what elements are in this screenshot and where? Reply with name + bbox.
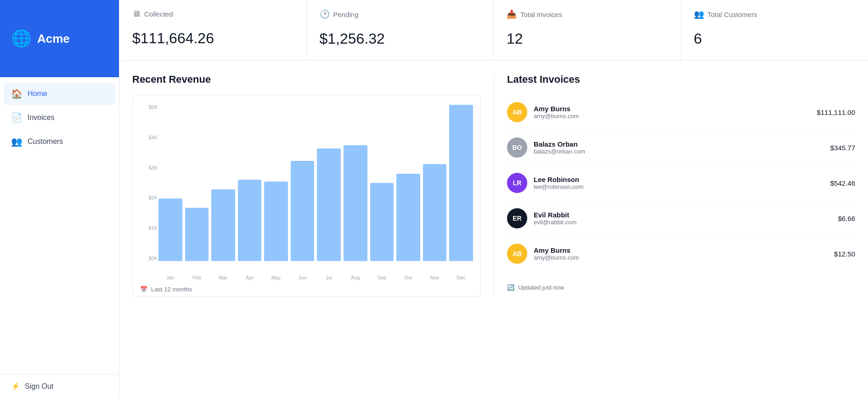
invoice-info-2: Lee Robinson lee@robinson.com xyxy=(534,176,824,190)
collected-label: Collected xyxy=(144,10,173,18)
y-label-0k: $0K xyxy=(140,256,158,261)
invoice-name-3: Evil Rabbit xyxy=(534,211,831,219)
chart-y-axis: $5K $4K $3K $2K $1K $0K xyxy=(140,104,158,261)
y-label-3k: $3K xyxy=(140,165,158,171)
bar-may xyxy=(264,182,288,261)
invoice-item-1: BO Balazs Orban balazs@orban.com $345.77 xyxy=(507,130,855,165)
y-label-5k: $5K xyxy=(140,104,158,110)
stat-pending: 🕐 Pending $1,256.32 xyxy=(307,0,494,60)
chart-label-mar: Mar xyxy=(211,275,235,280)
chart-label-aug: Aug xyxy=(344,275,367,280)
refresh-icon: 🔄 xyxy=(507,284,514,291)
chart-label-jun: Jun xyxy=(291,275,315,280)
chart-label-may: May xyxy=(264,275,288,280)
invoice-amount-4: $12.50 xyxy=(834,250,855,258)
pending-value: $1,256.32 xyxy=(320,30,481,47)
collected-icon: 🖥 xyxy=(132,9,141,19)
invoice-info-1: Balazs Orban balazs@orban.com xyxy=(534,140,824,155)
sidebar-item-customers-label: Customers xyxy=(28,137,63,146)
pending-label: Pending xyxy=(333,11,359,18)
bar-apr xyxy=(238,180,262,261)
invoice-name-4: Amy Burns xyxy=(534,246,828,254)
bar-feb xyxy=(185,208,209,261)
bar-jun xyxy=(291,161,315,261)
total-invoices-label: Total Invoices xyxy=(520,11,562,18)
invoice-item-2: LR Lee Robinson lee@robinson.com $542.46 xyxy=(507,165,855,201)
invoice-amount-3: $6.66 xyxy=(838,215,855,222)
sign-out-button[interactable]: ⚡ Sign Out xyxy=(0,374,119,398)
invoices-icon: 📄 xyxy=(11,112,22,123)
chart-label-feb: Feb xyxy=(185,275,209,280)
invoice-name-0: Amy Burns xyxy=(534,105,811,113)
stat-total-customers: 👥 Total Customers 6 xyxy=(681,0,868,60)
bar-dec xyxy=(449,105,473,261)
invoice-name-2: Lee Robinson xyxy=(534,176,824,183)
invoice-info-4: Amy Burns amy@burns.com xyxy=(534,246,828,261)
bar-oct xyxy=(396,174,420,261)
chart-footer-label: Last 12 months xyxy=(151,286,192,293)
globe-icon: 🌐 xyxy=(11,29,32,48)
invoice-info-3: Evil Rabbit evil@rabbit.com xyxy=(534,211,831,226)
chart-label-nov: Nov xyxy=(423,275,447,280)
chart-bars: $5K $4K $3K $2K $1K $0K xyxy=(140,104,473,275)
chart-label-sep: Sep xyxy=(370,275,394,280)
sidebar: 🌐 Acme 🏠 Home 📄 Invoices 👥 Customers ⚡ S… xyxy=(0,0,119,398)
invoice-list: AB Amy Burns amy@burns.com $111,111.00 B… xyxy=(507,95,855,271)
invoice-item-0: AB Amy Burns amy@burns.com $111,111.00 xyxy=(507,95,855,130)
avatar-2: LR xyxy=(507,173,527,193)
sidebar-item-invoices-label: Invoices xyxy=(28,114,55,122)
sign-out-icon: ⚡ xyxy=(11,382,20,391)
invoices-footer: 🔄 Updated just now xyxy=(507,279,855,291)
collected-value: $111,664.26 xyxy=(132,30,293,47)
bar-jul xyxy=(317,148,341,261)
y-label-4k: $4K xyxy=(140,135,158,140)
bar-jan xyxy=(158,199,182,261)
avatar-4: AB xyxy=(507,244,527,264)
invoice-amount-1: $345.77 xyxy=(830,144,855,152)
avatar-1: BO xyxy=(507,137,527,158)
revenue-chart: $5K $4K $3K $2K $1K $0K JanFebMarAprMayJ… xyxy=(132,95,481,297)
invoice-email-0: amy@burns.com xyxy=(534,113,811,119)
stat-total-invoices: 📥 Total Invoices 12 xyxy=(494,0,681,60)
stat-collected: 🖥 Collected $111,664.26 xyxy=(119,0,307,60)
invoices-title: Latest Invoices xyxy=(507,74,855,85)
chart-labels: JanFebMarAprMayJunJulAugSepOctNovDec xyxy=(140,275,473,280)
total-customers-label: Total Customers xyxy=(708,11,757,18)
bar-nov xyxy=(423,164,447,261)
sidebar-item-customers[interactable]: 👥 Customers xyxy=(4,131,115,153)
brand-name: Acme xyxy=(37,32,70,46)
invoice-email-3: evil@rabbit.com xyxy=(534,219,831,226)
invoice-email-4: amy@burns.com xyxy=(534,254,828,261)
sign-out-label: Sign Out xyxy=(25,382,53,391)
bar-aug xyxy=(344,145,367,261)
calendar-icon: 📅 xyxy=(140,286,147,293)
pending-icon: 🕐 xyxy=(320,9,330,19)
sidebar-nav: 🏠 Home 📄 Invoices 👥 Customers xyxy=(0,77,119,374)
total-customers-value: 6 xyxy=(694,30,856,47)
total-customers-icon: 👥 xyxy=(694,9,704,19)
home-icon: 🏠 xyxy=(11,88,22,99)
sidebar-item-home[interactable]: 🏠 Home xyxy=(4,83,115,105)
y-label-1k: $1K xyxy=(140,225,158,231)
sidebar-item-invoices[interactable]: 📄 Invoices xyxy=(4,107,115,129)
bar-mar xyxy=(211,189,235,261)
total-invoices-icon: 📥 xyxy=(507,9,517,19)
chart-label-apr: Apr xyxy=(238,275,262,280)
sidebar-item-home-label: Home xyxy=(28,90,47,98)
revenue-section: Recent Revenue $5K $4K $3K $2K $1K $0K J… xyxy=(132,74,494,297)
invoice-amount-2: $542.46 xyxy=(830,179,855,187)
bar-sep xyxy=(370,183,394,261)
content-area: Recent Revenue $5K $4K $3K $2K $1K $0K J… xyxy=(119,61,868,297)
chart-label-jan: Jan xyxy=(158,275,182,280)
invoice-email-2: lee@robinson.com xyxy=(534,183,824,190)
main-content: 🖥 Collected $111,664.26 🕐 Pending $1,256… xyxy=(119,0,868,398)
invoice-amount-0: $111,111.00 xyxy=(817,108,855,116)
chart-label-oct: Oct xyxy=(396,275,420,280)
customers-icon: 👥 xyxy=(11,136,22,147)
chart-label-dec: Dec xyxy=(449,275,473,280)
invoice-item-3: ER Evil Rabbit evil@rabbit.com $6.66 xyxy=(507,201,855,236)
invoices-section: Latest Invoices AB Amy Burns amy@burns.c… xyxy=(494,74,855,297)
total-invoices-value: 12 xyxy=(507,30,668,47)
y-label-2k: $2K xyxy=(140,195,158,200)
brand-logo: 🌐 Acme xyxy=(0,0,119,77)
